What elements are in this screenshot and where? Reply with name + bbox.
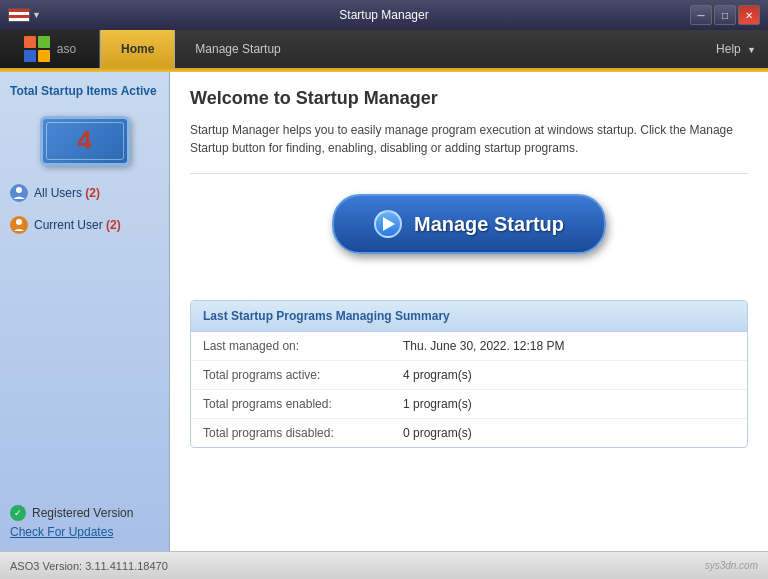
summary-row-1: Total programs active: 4 program(s) [191,361,747,390]
flag-container: ▼ [8,8,41,22]
manage-startup-button[interactable]: Manage Startup [332,194,606,254]
title-bar: ▼ Startup Manager ─ □ ✕ [0,0,768,30]
sidebar-item-current-user[interactable]: Current User (2) [10,214,159,236]
summary-label-1: Total programs active: [203,368,403,382]
summary-title: Last Startup Programs Managing Summary [191,301,747,332]
current-user-label: Current User (2) [34,218,121,232]
svg-rect-0 [24,36,36,48]
content-title: Welcome to Startup Manager [190,88,748,109]
flag-icon [8,8,30,22]
help-arrow-icon: ▼ [747,45,756,55]
restore-button[interactable]: □ [714,5,736,25]
user-svg [12,218,26,232]
all-users-count: (2) [85,186,100,200]
manage-btn-container: Manage Startup [190,194,748,254]
tab-manage-startup[interactable]: Manage Startup [175,30,300,68]
help-label: Help [716,42,741,56]
play-icon [374,210,402,238]
version-label: ASO3 Version: 3.11.4111.18470 [10,560,168,572]
svg-rect-3 [38,50,50,62]
registered-container: ✓ Registered Version [10,505,159,521]
summary-row-2: Total programs enabled: 1 program(s) [191,390,747,419]
summary-label-2: Total programs enabled: [203,397,403,411]
tab-home[interactable]: Home [100,30,175,68]
current-user-count: (2) [106,218,121,232]
flag-dropdown[interactable]: ▼ [32,10,41,20]
nav-tabs: Home Manage Startup [100,30,301,68]
sidebar-item-all-users[interactable]: All Users (2) [10,182,159,204]
all-users-label: All Users (2) [34,186,100,200]
count-number: 4 [77,125,91,156]
summary-label-3: Total programs disabled: [203,426,403,440]
summary-box: Last Startup Programs Managing Summary L… [190,300,748,448]
registered-label: Registered Version [32,506,133,520]
summary-value-3: 0 program(s) [403,426,472,440]
sidebar-bottom: ✓ Registered Version Check For Updates [10,495,159,539]
summary-value-1: 4 program(s) [403,368,472,382]
sidebar: Total Startup Items Active 4 All Users (… [0,72,170,551]
logo-text: aso [57,42,76,56]
content-inner: Welcome to Startup Manager Startup Manag… [170,72,768,300]
bottom-bar: ASO3 Version: 3.11.4111.18470 sys3dn.com [0,551,768,579]
sidebar-title: Total Startup Items Active [10,84,159,100]
count-badge: 4 [40,116,130,166]
minimize-button[interactable]: ─ [690,5,712,25]
summary-value-0: Thu. June 30, 2022. 12:18 PM [403,339,564,353]
nav-logo: aso [0,30,100,68]
nav-bar: aso Home Manage Startup Help ▼ [0,30,768,68]
svg-rect-2 [24,50,36,62]
check-updates-link[interactable]: Check For Updates [10,525,113,539]
summary-value-2: 1 program(s) [403,397,472,411]
close-button[interactable]: ✕ [738,5,760,25]
count-badge-container: 4 [10,116,159,166]
svg-rect-1 [38,36,50,48]
current-user-icon [10,216,28,234]
users-svg [12,186,26,200]
summary-row-0: Last managed on: Thu. June 30, 2022. 12:… [191,332,747,361]
summary-row-3: Total programs disabled: 0 program(s) [191,419,747,447]
registered-icon: ✓ [10,505,26,521]
svg-point-4 [16,187,22,193]
help-menu[interactable]: Help ▼ [704,42,768,56]
watermark: sys3dn.com [705,560,758,571]
content-divider [190,173,748,174]
manage-startup-label: Manage Startup [414,213,564,236]
all-users-icon [10,184,28,202]
play-triangle [383,217,395,231]
content-description: Startup Manager helps you to easily mana… [190,121,748,157]
content-spacer [170,448,768,551]
nav-left: aso Home Manage Startup [0,30,301,68]
content-area: Welcome to Startup Manager Startup Manag… [170,72,768,551]
windows-icon [23,35,51,63]
window-title: Startup Manager [339,8,428,22]
svg-point-5 [16,219,22,225]
main-area: Total Startup Items Active 4 All Users (… [0,72,768,551]
title-bar-left: ▼ [8,8,41,22]
title-controls: ─ □ ✕ [690,5,760,25]
summary-label-0: Last managed on: [203,339,403,353]
update-link-container: Check For Updates [10,525,159,539]
logo-icon: aso [23,35,76,63]
